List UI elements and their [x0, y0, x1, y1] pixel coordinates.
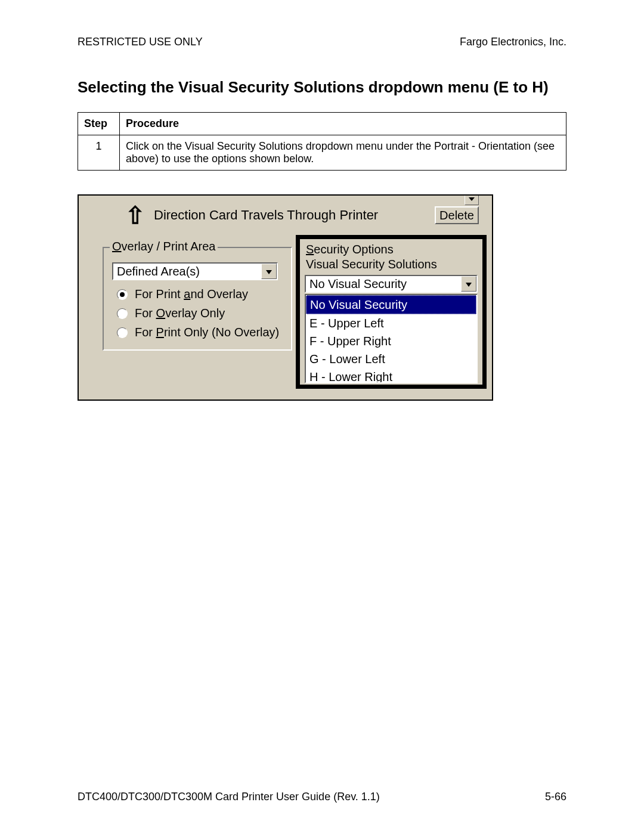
security-legend: Security Options — [306, 243, 482, 256]
delete-button[interactable]: Delete — [435, 206, 479, 224]
overlay-print-area-group: Overlay / Print Area Defined Area(s) For… — [103, 247, 292, 351]
footer-left: DTC400/DTC300/DTC300M Card Printer User … — [78, 791, 380, 803]
visual-security-listbox[interactable]: No Visual Security E - Upper Left F - Up… — [305, 294, 478, 383]
spin-down-icon[interactable] — [465, 194, 479, 205]
radio-overlay-only[interactable]: For Overlay Only — [117, 306, 225, 320]
table-row: 1 Click on the Visual Security Solutions… — [78, 135, 566, 171]
option-g-lower-left[interactable]: G - Lower Left — [306, 350, 476, 368]
defined-area-combo[interactable]: Defined Area(s) — [112, 262, 278, 280]
visual-security-value: No Visual Security — [306, 277, 461, 291]
radio-print-and-overlay[interactable]: For Print and Overlay — [117, 287, 248, 301]
step-number: 1 — [78, 135, 120, 171]
option-h-lower-right[interactable]: H - Lower Right — [306, 368, 476, 383]
radio-print-only[interactable]: For Print Only (No Overlay) — [117, 326, 279, 339]
section-heading: Selecting the Visual Security Solutions … — [78, 78, 566, 97]
option-f-upper-right[interactable]: F - Upper Right — [306, 332, 476, 350]
step-text: Click on the Visual Security Solutions d… — [120, 135, 566, 171]
visual-security-label: Visual Security Solutions — [306, 258, 482, 271]
radio-icon — [117, 289, 128, 300]
defined-area-value: Defined Area(s) — [113, 265, 261, 278]
option-e-upper-left[interactable]: E - Upper Left — [306, 314, 476, 332]
header-left: RESTRICTED USE ONLY — [78, 36, 203, 48]
footer-right: 5-66 — [545, 791, 566, 803]
procedure-table: Step Procedure 1 Click on the Visual Sec… — [78, 112, 566, 171]
page-footer: DTC400/DTC300/DTC300M Card Printer User … — [78, 791, 566, 803]
col-step: Step — [78, 113, 120, 135]
arrow-up-icon: ⇧ — [125, 206, 145, 224]
col-procedure: Procedure — [120, 113, 566, 135]
page-header: RESTRICTED USE ONLY Fargo Electronics, I… — [78, 36, 566, 48]
option-no-visual-security[interactable]: No Visual Security — [306, 295, 476, 314]
radio-icon — [117, 308, 128, 319]
direction-label: Direction Card Travels Through Printer — [154, 208, 378, 223]
header-right: Fargo Electronics, Inc. — [460, 36, 566, 48]
dialog-screenshot: ⇧ Direction Card Travels Through Printer… — [78, 194, 493, 401]
chevron-down-icon[interactable] — [261, 264, 277, 279]
overlay-legend: Overlay / Print Area — [110, 240, 218, 253]
visual-security-combo[interactable]: No Visual Security — [305, 275, 478, 293]
radio-icon — [117, 327, 128, 338]
security-options-highlight: Security Options Visual Security Solutio… — [296, 235, 487, 389]
chevron-down-icon[interactable] — [461, 276, 476, 292]
